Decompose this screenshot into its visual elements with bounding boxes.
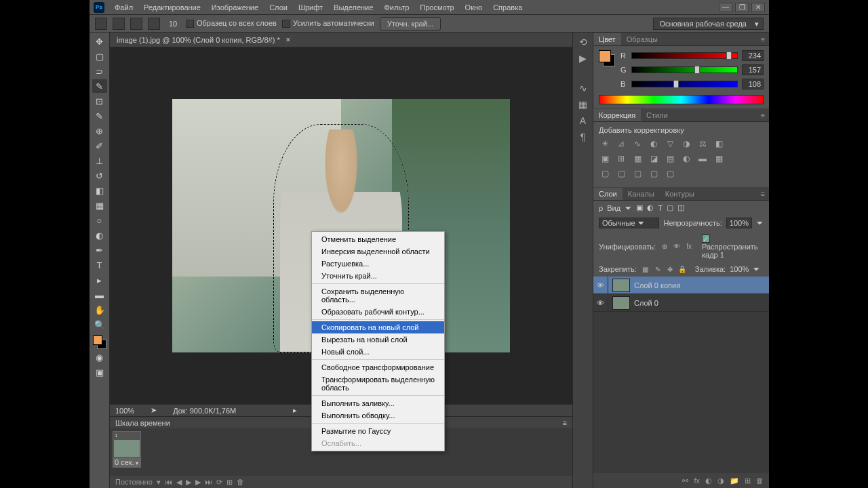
new-group-icon[interactable]: 📁 [730, 476, 739, 485]
preset4-icon[interactable]: ▢ [648, 168, 660, 179]
layer-fx-icon[interactable]: fx [694, 476, 700, 485]
propagate-checkbox[interactable]: ✓Распространить кадр 1 [702, 234, 764, 259]
dodge-tool[interactable]: ◐ [92, 228, 107, 242]
history-brush-tool[interactable]: ↺ [92, 169, 107, 182]
menu-image[interactable]: Изображение [207, 1, 263, 14]
maximize-button[interactable]: ❐ [735, 3, 749, 12]
shape-tool[interactable]: ▬ [92, 288, 107, 302]
ctx-new-layer[interactable]: Новый слой... [312, 346, 444, 358]
hue-icon[interactable]: ◑ [680, 138, 692, 149]
filter-type-icon[interactable]: T [658, 204, 663, 212]
layers-panel-menu-icon[interactable]: ≡ [757, 190, 769, 198]
filter-smart-icon[interactable]: ◫ [677, 203, 684, 212]
menu-edit[interactable]: Редактирование [139, 1, 205, 14]
lasso-tool[interactable]: ⊃ [92, 64, 107, 78]
tool-preset-icon[interactable] [95, 18, 107, 30]
char-dock-icon[interactable]: A [580, 115, 586, 126]
ctx-gaussian-blur[interactable]: Размытие по Гауссу [312, 425, 444, 437]
unify-vis-icon[interactable]: 👁 [672, 242, 682, 251]
brightness-icon[interactable]: ☀ [599, 138, 611, 149]
arrow-icon[interactable]: ➤ [151, 406, 157, 415]
photo-filter-icon[interactable]: ▣ [599, 153, 611, 164]
ctx-cut-layer[interactable]: Вырезать на новый слой [312, 333, 444, 346]
menu-file[interactable]: Файл [110, 1, 138, 14]
swatches-tab[interactable]: Образцы [621, 33, 663, 45]
brush-dock-icon[interactable]: ∿ [579, 83, 587, 94]
channel-mixer-icon[interactable]: ⊞ [615, 153, 627, 164]
new-layer-icon[interactable]: ⊞ [745, 476, 751, 485]
channels-tab[interactable]: Каналы [623, 188, 660, 200]
pen-tool[interactable]: ✒ [92, 243, 107, 257]
hand-tool[interactable]: ✋ [92, 303, 107, 317]
preset3-icon[interactable]: ▢ [631, 168, 644, 179]
para-dock-icon[interactable]: ¶ [580, 131, 586, 142]
brush-picker-icon[interactable] [148, 18, 160, 30]
menu-window[interactable]: Окно [460, 1, 488, 14]
selective-icon[interactable]: ▦ [713, 153, 725, 164]
loop-selector[interactable]: Постоянно [115, 478, 153, 486]
auto-enhance-checkbox[interactable]: Усилить автоматически [282, 19, 374, 28]
r-value[interactable]: 234 [742, 50, 764, 61]
play-icon[interactable]: ▶ [186, 478, 191, 487]
visibility-icon[interactable]: 👁 [593, 294, 608, 311]
stamp-tool[interactable]: ⊥ [92, 154, 107, 167]
first-frame-icon[interactable]: ⏮ [165, 478, 172, 486]
workspace-selector[interactable]: Основная рабочая среда [653, 18, 764, 30]
exposure-icon[interactable]: ◐ [648, 138, 660, 149]
screenmode-tool[interactable]: ▣ [92, 365, 107, 379]
swatches-dock-icon[interactable]: ▦ [578, 99, 587, 110]
vibrance-icon[interactable]: ▽ [664, 138, 676, 149]
marquee-tool[interactable]: ▢ [92, 49, 107, 63]
type-tool[interactable]: T [92, 258, 107, 272]
layer-name[interactable]: Слой 0 [634, 299, 658, 307]
ctx-inverse[interactable]: Инверсия выделенной области [312, 245, 444, 258]
ctx-make-path[interactable]: Образовать рабочий контур... [312, 306, 444, 318]
ctx-copy-layer[interactable]: Скопировать на новый слой [312, 321, 444, 333]
b-value[interactable]: 108 [742, 79, 764, 89]
new-frame-icon[interactable]: ⊞ [226, 478, 233, 487]
document-tab[interactable]: image (1).jpg @ 100% (Слой 0 копия, RGB/… [110, 33, 572, 47]
minimize-button[interactable]: — [719, 3, 732, 12]
zoom-tool[interactable]: 🔍 [92, 318, 107, 331]
close-tab-icon[interactable]: ✕ [285, 37, 291, 43]
ctx-deselect[interactable]: Отменить выделение [312, 233, 444, 245]
ctx-refine[interactable]: Уточнить край... [312, 270, 444, 282]
layer-name[interactable]: Слой 0 копия [634, 281, 680, 289]
lock-pixel-icon[interactable]: ✎ [653, 264, 663, 274]
layer-thumbnail[interactable] [612, 296, 630, 310]
threshold-icon[interactable]: ◐ [680, 153, 692, 164]
menu-type[interactable]: Шрифт [294, 1, 328, 14]
lookup-icon[interactable]: ▦ [631, 153, 644, 164]
adjust-panel-menu-icon[interactable]: ≡ [757, 111, 769, 119]
filter-adjust-icon[interactable]: ◐ [647, 203, 654, 212]
layers-tab[interactable]: Слои [593, 188, 623, 200]
posterize-icon[interactable]: ▤ [664, 153, 676, 164]
layer-mask-icon[interactable]: ◐ [705, 476, 712, 485]
styles-tab[interactable]: Стили [641, 109, 673, 121]
menu-help[interactable]: Справка [488, 1, 527, 14]
layer-thumbnail[interactable] [612, 279, 630, 292]
ctx-transform-selection[interactable]: Трансформировать выделенную область [312, 373, 444, 394]
move-tool[interactable]: ✥ [92, 35, 107, 48]
history-dock-icon[interactable]: ⟲ [579, 37, 587, 47]
brush-add-icon[interactable] [113, 18, 125, 30]
eyedropper-tool[interactable]: ✎ [92, 109, 107, 123]
color-panel-swatch[interactable] [599, 50, 615, 66]
g-slider[interactable] [631, 66, 738, 73]
fill-input[interactable]: 100% [730, 265, 749, 273]
brush-subtract-icon[interactable] [130, 18, 142, 30]
lock-pos-icon[interactable]: ✥ [665, 264, 675, 274]
color-tab[interactable]: Цвет [593, 33, 621, 45]
preset1-icon[interactable]: ▢ [599, 168, 611, 179]
filter-shape-icon[interactable]: ▢ [667, 203, 673, 212]
gradient-map-icon[interactable]: ▬ [696, 153, 709, 164]
brush-size[interactable]: 10 [165, 20, 180, 28]
ctx-stroke[interactable]: Выполнить обводку... [312, 409, 444, 422]
timeline-menu-icon[interactable]: ≡ [563, 419, 567, 427]
unify-style-icon[interactable]: fx [684, 242, 694, 251]
zoom-level[interactable]: 100% [115, 407, 134, 415]
refine-edge-button[interactable]: Уточн. край... [380, 17, 441, 30]
blur-tool[interactable]: ○ [92, 214, 107, 227]
ctx-feather[interactable]: Растушевка... [312, 258, 444, 270]
adjustments-tab[interactable]: Коррекция [593, 109, 641, 121]
